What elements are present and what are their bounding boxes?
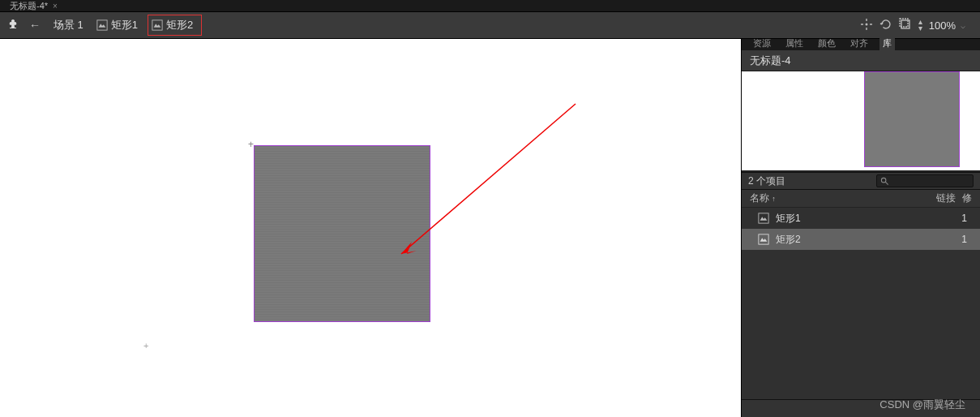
svg-line-8: [885, 182, 888, 184]
breadcrumb: 场景 1 矩形1 矩形2: [50, 15, 202, 36]
right-panels: 资源 属性 颜色 对齐 库 无标题-4 2 个项目 名称: [741, 39, 980, 417]
document-tab[interactable]: 无标题-4* ×: [5, 0, 62, 12]
library-item-selected[interactable]: 矩形2 1: [742, 229, 980, 250]
library-list: 矩形1 1 矩形2 1: [742, 208, 980, 399]
stage[interactable]: + +: [0, 39, 741, 417]
library-preview: [742, 71, 980, 172]
symbol-icon: [96, 19, 108, 31]
breadcrumb-scene[interactable]: 场景 1: [50, 16, 87, 34]
preview-shape: [864, 71, 960, 167]
tab-properties[interactable]: 属性: [782, 37, 807, 50]
column-link[interactable]: 链接: [915, 191, 956, 205]
library-doc-header[interactable]: 无标题-4: [742, 50, 980, 71]
stepper-icon[interactable]: ▴▾: [918, 19, 922, 32]
svg-rect-1: [152, 20, 162, 30]
svg-point-7: [881, 178, 886, 183]
breadcrumb-shape1[interactable]: 矩形1: [93, 16, 141, 34]
zoom-level[interactable]: 100% ⌵: [929, 19, 965, 32]
app-icon: [6, 18, 19, 33]
registration-point-icon: +: [248, 139, 254, 150]
symbol-icon: [758, 234, 769, 245]
library-columns[interactable]: 名称 ↑ 链接 修: [742, 190, 980, 208]
svg-rect-9: [759, 213, 768, 223]
tab-resources[interactable]: 资源: [750, 37, 774, 50]
svg-rect-0: [97, 20, 107, 30]
symbol-icon: [758, 213, 769, 224]
library-search-input[interactable]: [876, 174, 974, 187]
library-item-count: 2 个项目: [748, 174, 870, 188]
breadcrumb-shape2-highlighted[interactable]: 矩形2: [148, 15, 202, 36]
library-toolbar: 2 个项目: [742, 172, 980, 190]
back-arrow-icon[interactable]: ←: [28, 19, 42, 32]
document-title: 无标题-4*: [10, 0, 48, 12]
close-icon[interactable]: ×: [53, 2, 58, 11]
rotate-icon[interactable]: [879, 18, 892, 33]
edit-toolbar: ← 场景 1 矩形1 矩形2: [0, 11, 980, 39]
tab-library[interactable]: 库: [879, 37, 895, 50]
clip-icon[interactable]: [899, 18, 912, 33]
watermark: CSDN @雨翼轻尘: [879, 398, 965, 412]
panel-tabs: 资源 属性 颜色 对齐 库: [742, 39, 980, 50]
svg-rect-10: [759, 234, 768, 244]
sort-arrow-icon: ↑: [772, 195, 776, 203]
tab-color[interactable]: 颜色: [815, 37, 839, 50]
library-item[interactable]: 矩形1 1: [742, 208, 980, 229]
svg-point-2: [865, 23, 867, 25]
tab-align[interactable]: 对齐: [847, 37, 871, 50]
column-other[interactable]: 修: [956, 191, 972, 205]
search-icon: [880, 177, 889, 186]
document-tabs: 无标题-4* ×: [0, 0, 980, 11]
column-name[interactable]: 名称 ↑: [750, 191, 915, 205]
symbol-icon: [152, 19, 163, 31]
chevron-down-icon: ⌵: [961, 21, 965, 30]
rectangle-shape[interactable]: [254, 145, 430, 322]
center-stage-icon[interactable]: [860, 18, 873, 33]
crosshair-icon: +: [143, 341, 148, 350]
